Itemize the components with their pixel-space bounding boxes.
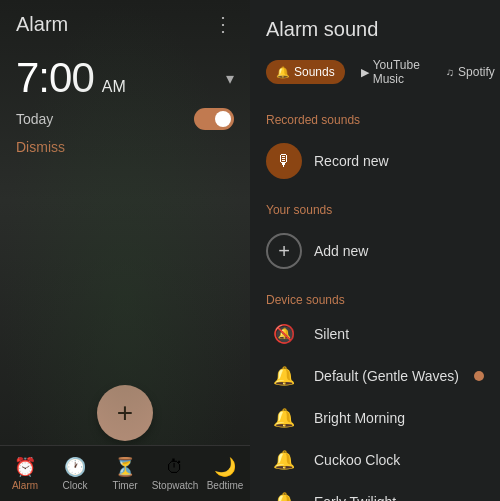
- alarm-sound-title: Alarm sound: [266, 18, 484, 41]
- recorded-sounds-label: Recorded sounds: [250, 103, 500, 133]
- nav-clock[interactable]: 🕐 Clock: [50, 446, 100, 501]
- record-new-item[interactable]: 🎙 Record new: [250, 133, 500, 189]
- tab-youtube[interactable]: ▶ YouTube Music: [351, 53, 430, 91]
- cuckoo-clock-icon: 🔔: [266, 449, 302, 471]
- nav-alarm[interactable]: ⏰ Alarm: [0, 446, 50, 501]
- menu-button[interactable]: ⋮: [213, 12, 234, 36]
- add-icon: +: [117, 399, 133, 427]
- bedtime-nav-icon: 🌙: [214, 456, 236, 478]
- add-new-item[interactable]: + Add new: [250, 223, 500, 279]
- spotify-tab-label: Spotify: [458, 65, 495, 79]
- spacer: [0, 164, 250, 385]
- dismiss-area: Dismiss: [0, 134, 250, 164]
- cuckoo-clock-item[interactable]: 🔔 Cuckoo Clock: [250, 439, 500, 481]
- clock-nav-label: Clock: [62, 480, 87, 491]
- youtube-tab-label: YouTube Music: [373, 58, 420, 86]
- alarm-header: Alarm ⋮: [0, 0, 250, 44]
- stopwatch-nav-icon: ⏱: [166, 457, 184, 478]
- alarm-sound-panel: Alarm sound 🔔 Sounds ▶ YouTube Music ♫ S…: [250, 0, 500, 501]
- microphone-icon: 🎙: [266, 143, 302, 179]
- alarm-nav-icon: ⏰: [14, 456, 36, 478]
- alarm-toggle[interactable]: [194, 108, 234, 130]
- alarm-sound-header: Alarm sound 🔔 Sounds ▶ YouTube Music ♫ S…: [250, 0, 500, 103]
- add-alarm-fab[interactable]: +: [97, 385, 153, 441]
- bright-morning-label: Bright Morning: [314, 410, 405, 426]
- bedtime-nav-label: Bedtime: [207, 480, 244, 491]
- sound-tabs: 🔔 Sounds ▶ YouTube Music ♫ Spotify: [266, 53, 484, 91]
- early-twilight-icon: 🔔: [266, 491, 302, 501]
- alarm-nav-label: Alarm: [12, 480, 38, 491]
- record-new-label: Record new: [314, 153, 389, 169]
- add-sound-icon: +: [266, 233, 302, 269]
- selected-indicator: [474, 371, 484, 381]
- bright-morning-item[interactable]: 🔔 Bright Morning: [250, 397, 500, 439]
- your-sounds-label: Your sounds: [250, 193, 500, 223]
- youtube-tab-icon: ▶: [361, 66, 369, 79]
- sounds-tab-label: Sounds: [294, 65, 335, 79]
- alarm-ampm: AM: [102, 78, 126, 96]
- early-twilight-item[interactable]: 🔔 Early Twilight: [250, 481, 500, 501]
- chevron-down-icon[interactable]: ▾: [226, 69, 234, 88]
- default-item[interactable]: 🔔 Default (Gentle Waves): [250, 355, 500, 397]
- tab-spotify[interactable]: ♫ Spotify: [436, 60, 500, 84]
- alarm-time-block: 7:00 AM ▾: [0, 44, 250, 106]
- early-twilight-label: Early Twilight: [314, 494, 396, 501]
- default-label: Default (Gentle Waves): [314, 368, 459, 384]
- tab-sounds[interactable]: 🔔 Sounds: [266, 60, 345, 84]
- alarm-title: Alarm: [16, 13, 68, 36]
- bottom-navigation: ⏰ Alarm 🕐 Clock ⏳ Timer ⏱ Stopwatch 🌙 Be…: [0, 445, 250, 501]
- nav-timer[interactable]: ⏳ Timer: [100, 446, 150, 501]
- alarm-date-row: Today: [0, 106, 250, 134]
- timer-nav-label: Timer: [112, 480, 137, 491]
- nav-stopwatch[interactable]: ⏱ Stopwatch: [150, 446, 200, 501]
- timer-nav-icon: ⏳: [114, 456, 136, 478]
- device-sounds-label: Device sounds: [250, 283, 500, 313]
- dismiss-button[interactable]: Dismiss: [16, 139, 65, 155]
- clock-nav-icon: 🕐: [64, 456, 86, 478]
- alarm-time[interactable]: 7:00: [16, 54, 94, 102]
- alarm-panel: Alarm ⋮ 7:00 AM ▾ Today Dismiss + ⏰ Alar…: [0, 0, 250, 501]
- silent-label: Silent: [314, 326, 349, 342]
- alarm-date: Today: [16, 111, 53, 127]
- nav-bedtime[interactable]: 🌙 Bedtime: [200, 446, 250, 501]
- default-alarm-icon: 🔔: [266, 365, 302, 387]
- bright-morning-icon: 🔔: [266, 407, 302, 429]
- stopwatch-nav-label: Stopwatch: [152, 480, 199, 491]
- sounds-tab-icon: 🔔: [276, 66, 290, 79]
- cuckoo-clock-label: Cuckoo Clock: [314, 452, 400, 468]
- add-new-label: Add new: [314, 243, 368, 259]
- spotify-tab-icon: ♫: [446, 66, 454, 78]
- silent-icon: 🔕: [266, 323, 302, 345]
- silent-item[interactable]: 🔕 Silent: [250, 313, 500, 355]
